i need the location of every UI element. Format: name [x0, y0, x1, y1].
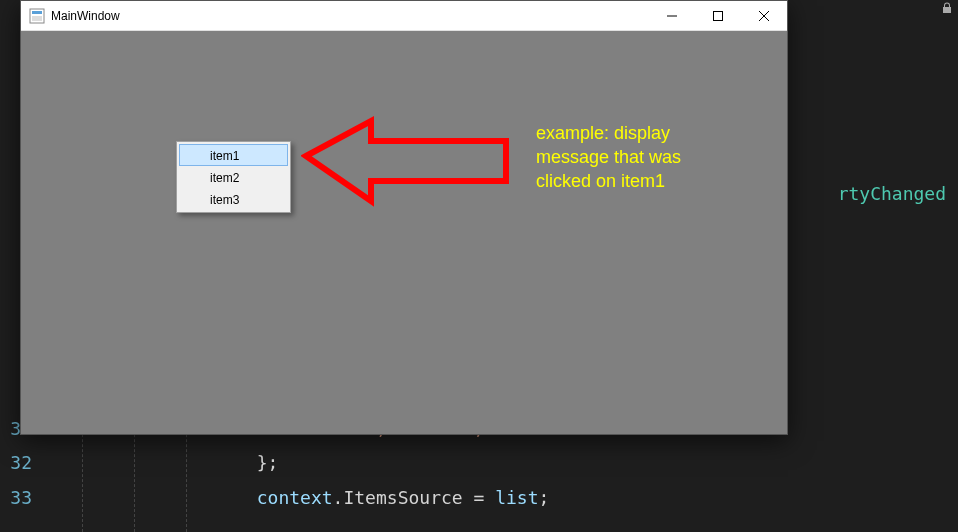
minimize-button[interactable] [649, 1, 695, 31]
code-line: context.ItemsSource = list; [40, 481, 958, 515]
code-line: }; [40, 446, 958, 480]
maximize-button[interactable] [695, 1, 741, 31]
maximize-icon [713, 11, 723, 21]
svg-rect-2 [32, 16, 42, 21]
annotation-arrow [301, 111, 531, 211]
svg-rect-3 [714, 11, 723, 20]
annotation-text: example: display message that was clicke… [536, 121, 681, 193]
minimize-icon [667, 11, 677, 21]
svg-rect-1 [32, 11, 42, 14]
code-fragment: rtyChanged [838, 183, 946, 204]
app-icon [29, 8, 45, 24]
window-title: MainWindow [51, 9, 649, 23]
lock-icon [942, 2, 952, 17]
wpf-mainwindow: MainWindow item1 item2 item3 example: di… [20, 0, 788, 435]
context-menu-item-3[interactable]: item3 [179, 188, 288, 210]
titlebar[interactable]: MainWindow [21, 1, 787, 31]
line-number: 33 [0, 481, 32, 515]
context-menu: item1 item2 item3 [176, 141, 291, 213]
close-icon [759, 11, 769, 21]
context-menu-item-2[interactable]: item2 [179, 166, 288, 188]
close-button[interactable] [741, 1, 787, 31]
window-client-area[interactable]: item1 item2 item3 example: display messa… [21, 31, 787, 434]
context-menu-item-1[interactable]: item1 [179, 144, 288, 166]
window-controls [649, 1, 787, 31]
line-number: 32 [0, 446, 32, 480]
